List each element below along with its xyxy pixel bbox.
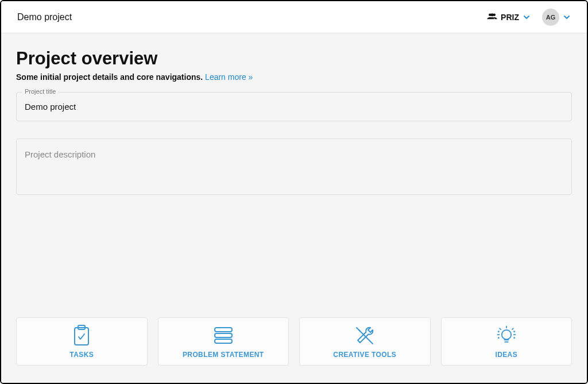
- chevron-down-icon: [563, 13, 571, 21]
- svg-rect-7: [215, 339, 232, 343]
- learn-more-link[interactable]: Learn more »: [205, 72, 253, 82]
- page-subtitle: Some initial project details and core na…: [16, 72, 572, 82]
- stack-icon: [212, 324, 235, 347]
- project-description-field-wrap: [16, 139, 572, 195]
- nav-card-tasks[interactable]: TASKS: [16, 317, 148, 366]
- nav-card-label: IDEAS: [495, 351, 517, 359]
- svg-point-16: [514, 331, 514, 332]
- nav-card-ideas[interactable]: IDEAS: [441, 317, 572, 366]
- project-title-label: Project title: [22, 88, 58, 95]
- nav-card-label: CREATIVE TOOLS: [333, 351, 396, 359]
- svg-line-13: [500, 328, 501, 329]
- clipboard-check-icon: [70, 324, 93, 347]
- nav-card-label: PROBLEM STATEMENT: [183, 351, 264, 359]
- lightbulb-icon: [495, 324, 518, 347]
- svg-point-15: [498, 331, 499, 332]
- project-title-input[interactable]: [17, 93, 571, 121]
- page-title: Project overview: [16, 48, 572, 69]
- topbar: Demo project PRIZ AG: [1, 1, 587, 33]
- svg-rect-6: [215, 333, 232, 337]
- nav-cards: TASKS PROBLEM STATEMENT C: [16, 317, 572, 366]
- svg-rect-3: [75, 328, 88, 345]
- svg-point-2: [491, 13, 494, 16]
- project-description-input[interactable]: [17, 139, 571, 192]
- subtitle-text: Some initial project details and core na…: [16, 72, 203, 82]
- svg-point-18: [514, 337, 514, 338]
- chevron-down-icon: [523, 13, 531, 21]
- workspace-label: PRIZ: [501, 13, 519, 22]
- svg-rect-5: [215, 328, 232, 332]
- avatar: AG: [542, 9, 559, 26]
- nav-card-creative-tools[interactable]: CREATIVE TOOLS: [299, 317, 431, 366]
- users-icon: [487, 12, 497, 22]
- svg-line-8: [359, 330, 370, 341]
- svg-point-9: [502, 330, 511, 339]
- main-content: Project overview Some initial project de…: [1, 33, 587, 383]
- nav-card-problem-statement[interactable]: PROBLEM STATEMENT: [158, 317, 289, 366]
- user-menu[interactable]: AG: [542, 9, 571, 26]
- tools-icon: [353, 324, 376, 347]
- project-name: Demo project: [17, 12, 72, 22]
- workspace-switcher[interactable]: PRIZ: [487, 12, 531, 22]
- nav-card-label: TASKS: [69, 351, 94, 359]
- topbar-right: PRIZ AG: [487, 9, 571, 26]
- project-title-field-wrap: Project title: [16, 92, 572, 121]
- svg-point-17: [498, 337, 499, 338]
- svg-line-14: [512, 328, 513, 329]
